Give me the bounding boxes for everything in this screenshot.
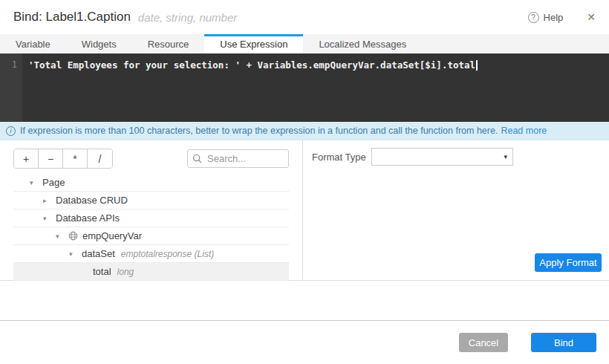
multiply-operator-button[interactable]: * bbox=[63, 149, 88, 168]
bind-button[interactable]: Bind bbox=[531, 333, 596, 352]
tree-node-total[interactable]: total long bbox=[13, 263, 289, 281]
cancel-button[interactable]: Cancel bbox=[459, 333, 508, 352]
text-cursor bbox=[476, 60, 478, 71]
help-button[interactable]: ? Help bbox=[528, 12, 564, 23]
tab-resource[interactable]: Resource bbox=[132, 34, 205, 53]
info-bar: i If expression is more than 100 charact… bbox=[0, 122, 609, 140]
apply-format-button[interactable]: Apply Format bbox=[535, 253, 602, 272]
tree-node-type: emptotalresponse (List) bbox=[121, 249, 214, 259]
divide-operator-button[interactable]: / bbox=[88, 149, 112, 168]
variable-tree: ▾ Page ▸ Database CRUD ▾ Database APIs ▾ bbox=[0, 174, 302, 281]
format-type-select[interactable]: ▾ bbox=[371, 148, 513, 166]
close-icon[interactable]: ✕ bbox=[587, 11, 596, 23]
tree-node-label: empQueryVar bbox=[82, 230, 142, 241]
plus-operator-button[interactable]: + bbox=[14, 149, 39, 168]
chevron-down-icon[interactable]: ▾ bbox=[56, 233, 65, 240]
editor-gutter: 1 bbox=[0, 53, 22, 122]
content-area: + − * / ▾ Page ▸ bbox=[0, 140, 609, 281]
operator-button-group: + − * / bbox=[13, 149, 113, 169]
minus-operator-button[interactable]: − bbox=[39, 149, 63, 168]
tree-node-label: Database CRUD bbox=[56, 195, 128, 206]
format-panel: Format Type ▾ Apply Format bbox=[303, 140, 609, 280]
editor-code-area[interactable]: 'Total Employees for your selection: ' +… bbox=[22, 53, 609, 122]
dialog-subtitle: date, string, number bbox=[138, 11, 237, 24]
dialog-footer: Cancel Bind bbox=[0, 320, 609, 364]
tab-use-expression[interactable]: Use Expression bbox=[204, 34, 303, 53]
service-variable-icon bbox=[68, 231, 78, 241]
tree-node-empqueryvar[interactable]: ▾ empQueryVar bbox=[13, 227, 289, 245]
tab-widgets[interactable]: Widgets bbox=[66, 34, 132, 53]
tree-node-dataset[interactable]: ▾ dataSet emptotalresponse (List) bbox=[13, 245, 289, 263]
search-box bbox=[187, 149, 289, 168]
help-icon: ? bbox=[528, 12, 539, 23]
tree-node-label: Page bbox=[42, 177, 65, 188]
dialog-header: Bind: Label1.Caption date, string, numbe… bbox=[0, 0, 609, 34]
chevron-right-icon[interactable]: ▸ bbox=[43, 197, 52, 204]
read-more-link[interactable]: Read more bbox=[501, 126, 547, 136]
bind-dialog: Bind: Label1.Caption date, string, numbe… bbox=[0, 0, 609, 364]
expression-text: 'Total Employees for your selection: ' +… bbox=[28, 59, 475, 71]
line-number: 1 bbox=[0, 59, 17, 70]
chevron-down-icon[interactable]: ▾ bbox=[43, 215, 52, 222]
chevron-down-icon[interactable]: ▾ bbox=[30, 179, 39, 186]
chevron-down-icon[interactable]: ▾ bbox=[69, 250, 78, 258]
tab-variable[interactable]: Variable bbox=[0, 34, 66, 53]
tree-node-type: long bbox=[117, 267, 134, 277]
variable-tree-panel: + − * / ▾ Page ▸ bbox=[0, 140, 303, 280]
tab-bar: Variable Widgets Resource Use Expression… bbox=[0, 34, 609, 53]
format-type-label: Format Type bbox=[312, 152, 371, 163]
tab-localized-messages[interactable]: Localized Messages bbox=[303, 34, 422, 53]
help-label: Help bbox=[544, 12, 564, 23]
tree-node-database-apis[interactable]: ▾ Database APIs bbox=[13, 209, 289, 227]
info-icon: i bbox=[6, 126, 16, 136]
tree-node-label: Database APIs bbox=[56, 212, 120, 224]
info-message: If expression is more than 100 character… bbox=[20, 126, 498, 136]
tree-node-database-crud[interactable]: ▸ Database CRUD bbox=[13, 192, 289, 209]
operator-toolbar: + − * / bbox=[13, 149, 289, 169]
tree-node-label: total bbox=[93, 266, 111, 277]
tree-node-label: dataSet bbox=[82, 248, 115, 259]
tree-node-page[interactable]: ▾ Page bbox=[13, 174, 289, 192]
dialog-title: Bind: Label1.Caption bbox=[13, 10, 131, 25]
dropdown-arrow-icon: ▾ bbox=[504, 153, 507, 160]
search-icon bbox=[192, 153, 202, 166]
search-input[interactable] bbox=[187, 149, 289, 168]
expression-editor[interactable]: 1 'Total Employees for your selection: '… bbox=[0, 53, 609, 122]
